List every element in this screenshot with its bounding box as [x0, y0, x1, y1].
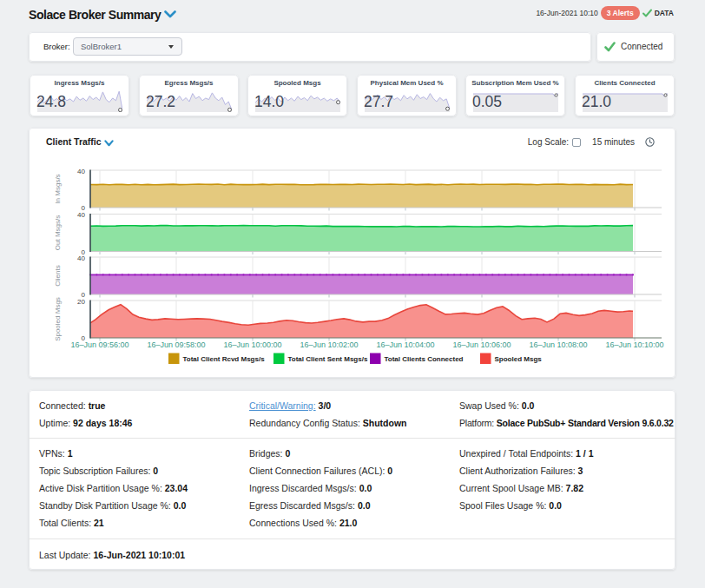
svg-text:40: 40 [77, 168, 85, 175]
svg-text:Total Client Rcvd Msgs/s: Total Client Rcvd Msgs/s [183, 355, 266, 363]
svg-text:Total Client Sent Msgs/s: Total Client Sent Msgs/s [288, 355, 368, 363]
svg-text:Clients: Clients [54, 265, 62, 286]
svg-text:40: 40 [77, 211, 85, 219]
svg-text:In Msgs/s: In Msgs/s [54, 174, 62, 203]
svg-text:Out Msgs/s: Out Msgs/s [54, 215, 62, 250]
svg-text:Spooled Msgs: Spooled Msgs [54, 297, 62, 341]
svg-text:Total Clients Connected: Total Clients Connected [385, 355, 464, 363]
svg-text:Spooled Msgs: Spooled Msgs [495, 355, 543, 363]
svg-text:16–Jun 09:58:00: 16–Jun 09:58:00 [147, 340, 205, 349]
svg-text:16–Jun 10:02:00: 16–Jun 10:02:00 [300, 340, 358, 349]
svg-text:16–Jun 09:56:00: 16–Jun 09:56:00 [70, 340, 128, 349]
svg-text:16–Jun 10:06:00: 16–Jun 10:06:00 [452, 340, 511, 349]
svg-text:16–Jun 10:00:00: 16–Jun 10:00:00 [223, 340, 281, 349]
svg-text:16–Jun 10:08:00: 16–Jun 10:08:00 [529, 340, 587, 349]
svg-text:16–Jun 10:04:00: 16–Jun 10:04:00 [376, 340, 434, 349]
svg-text:16–Jun 10:10:00: 16–Jun 10:10:00 [605, 340, 663, 349]
svg-text:20: 20 [77, 298, 85, 306]
svg-text:40: 40 [77, 254, 85, 262]
